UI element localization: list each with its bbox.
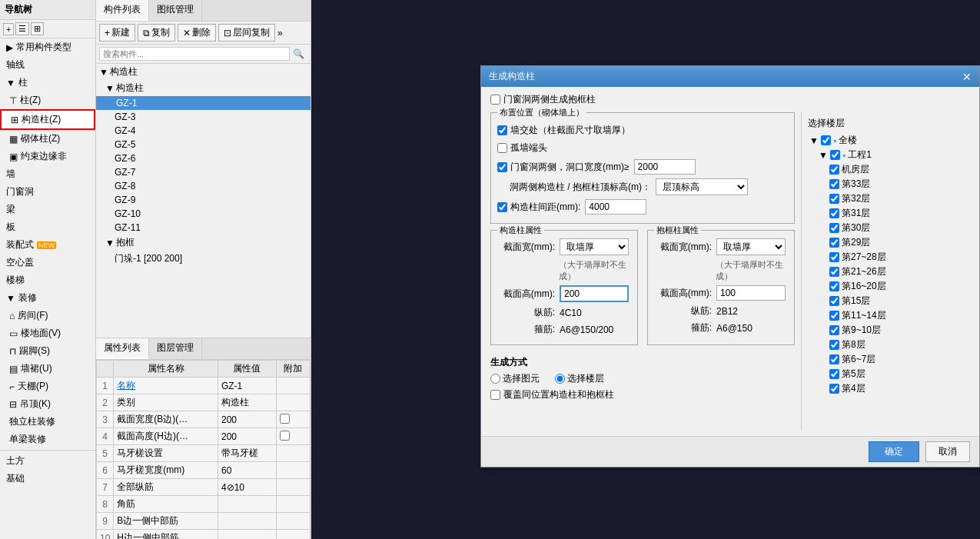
floor-8[interactable]: 第8层 — [808, 338, 964, 352]
search-icon[interactable]: 🔍 — [290, 47, 307, 61]
member-search-input[interactable] — [99, 47, 290, 61]
spacing-checkbox-label[interactable]: 构造柱间距(mm): — [497, 201, 580, 214]
nav-item-brick-column[interactable]: ▦砌体柱(Z) — [0, 130, 95, 148]
floor-21-26[interactable]: 第21~26层 — [808, 265, 964, 279]
floor-6-7[interactable]: 第6~7层 — [808, 352, 964, 367]
floor-11-14[interactable]: 第11~14层 — [808, 308, 964, 323]
nav-item-room[interactable]: ⌂房间(F) — [0, 307, 95, 324]
copy-member-button[interactable]: ⧉复制 — [138, 24, 175, 42]
nav-item-door-window[interactable]: 门窗洞 — [0, 183, 95, 201]
floor-checkbox[interactable] — [829, 194, 839, 204]
tree-gz8[interactable]: GZ-8 — [96, 179, 311, 193]
attr-name-cell[interactable]: 名称 — [114, 378, 218, 394]
nav-item-floor-surface[interactable]: ▭楼地面(V) — [0, 324, 95, 342]
floor-9-10[interactable]: 第9~10层 — [808, 323, 964, 338]
isolated-wall-checkbox[interactable] — [497, 143, 507, 153]
dialog-close-button[interactable]: ✕ — [962, 71, 972, 83]
tab-layer-management[interactable]: 图层管理 — [149, 338, 202, 359]
floor-checkbox[interactable] — [829, 223, 839, 233]
radio-select-floor[interactable] — [555, 374, 565, 384]
floor-checkbox[interactable] — [829, 340, 839, 350]
floor-31[interactable]: 第31层 — [808, 206, 964, 221]
spacing-checkbox[interactable] — [497, 202, 507, 212]
nav-item-baseboard[interactable]: ⊓踢脚(S) — [0, 342, 95, 360]
struct-width-select[interactable]: 取墙厚 自定义 — [560, 238, 629, 255]
attr-add-cell[interactable] — [276, 428, 310, 445]
frame-width-select[interactable]: 取墙厚 自定义 — [716, 238, 786, 255]
all-building-checkbox[interactable] — [821, 135, 831, 145]
tree-root[interactable]: ▼ 构造柱 — [96, 64, 311, 80]
nav-item-struct-column[interactable]: ⊞构造柱(Z) — [0, 109, 95, 130]
floor-checkbox[interactable] — [829, 311, 839, 321]
tree-menkuang1[interactable]: 门垛-1 [200 200] — [96, 251, 311, 267]
tree-gz9[interactable]: GZ-9 — [96, 193, 311, 207]
floor-27-28[interactable]: 第27~28层 — [808, 250, 964, 265]
nav-item-earthwork[interactable]: 土方 — [0, 452, 95, 470]
nav-item-standalone-col[interactable]: 独立柱装修 — [0, 413, 95, 431]
nav-item-wall-surface[interactable]: ▤墙裙(U) — [0, 360, 95, 378]
toolbar-more[interactable]: » — [277, 28, 283, 38]
attr-value-cell[interactable]: GZ-1 — [218, 378, 276, 394]
cancel-button[interactable]: 取消 — [925, 441, 970, 462]
struct-height-input[interactable] — [560, 285, 629, 302]
top-height-select[interactable]: 层顶标高 层底标高 自定义 — [656, 178, 748, 195]
floor-checkbox[interactable] — [829, 179, 839, 189]
add-checkbox[interactable] — [280, 431, 290, 441]
nav-item-constrained-edge[interactable]: ▣约束边缘非 — [0, 148, 95, 165]
tree-gz10[interactable]: GZ-10 — [96, 207, 311, 221]
project1-checkbox[interactable] — [830, 150, 840, 160]
tree-gz6[interactable]: GZ-6 — [96, 151, 311, 165]
tree-gz5[interactable]: GZ-5 — [96, 138, 311, 151]
floor-checkbox[interactable] — [829, 354, 839, 364]
nav-item-foundation[interactable]: 基础 — [0, 470, 95, 487]
isolated-wall-label[interactable]: 孤墙端头 — [497, 141, 547, 155]
door-window-checkbox-label[interactable]: 门窗洞两侧生成抱框柱 — [490, 93, 596, 106]
floor-checkbox[interactable] — [829, 369, 839, 379]
radio-select-floor-label[interactable]: 选择楼层 — [555, 372, 604, 385]
floor-copy-button[interactable]: ⊡层间复制 — [218, 24, 275, 42]
nav-grid-view-button[interactable]: ⊞ — [31, 22, 44, 35]
tree-gouzao-group[interactable]: ▼ 构造柱 — [96, 80, 311, 96]
new-member-button[interactable]: +新建 — [99, 24, 135, 42]
floor-checkbox[interactable] — [829, 252, 839, 262]
nav-item-single-beam[interactable]: 单梁装修 — [0, 431, 95, 448]
nav-list-view-button[interactable]: ☰ — [15, 22, 29, 35]
tree-gz7[interactable]: GZ-7 — [96, 165, 311, 179]
nav-item-slab[interactable]: 板 — [0, 218, 95, 236]
nav-item-axis[interactable]: 轴线 — [0, 56, 95, 74]
door-window-sides-checkbox[interactable] — [497, 162, 507, 172]
floor-4[interactable]: 第4层 — [808, 381, 964, 396]
floor-checkbox[interactable] — [829, 384, 839, 394]
floor-16-20[interactable]: 第16~20层 — [808, 279, 964, 294]
tab-attr-list[interactable]: 属性列表 — [96, 338, 149, 359]
nav-item-column[interactable]: ▼柱 — [0, 74, 95, 91]
floor-5[interactable]: 第5层 — [808, 367, 964, 381]
door-window-checkbox[interactable] — [490, 95, 500, 105]
floor-checkbox[interactable] — [829, 296, 839, 306]
door-window-width-input[interactable] — [634, 159, 696, 175]
tree-gz1[interactable]: GZ-1 — [96, 96, 311, 110]
tree-gz3[interactable]: GZ-3 — [96, 110, 311, 124]
floor-checkbox[interactable] — [829, 325, 839, 335]
floor-jifang[interactable]: 机房层 — [808, 162, 964, 177]
floor-project1[interactable]: ▼ ▪ 工程1 — [808, 148, 964, 162]
floor-32[interactable]: 第32层 — [808, 191, 964, 206]
wall-intersection-label[interactable]: 墙交处（柱截面尺寸取墙厚） — [497, 124, 630, 137]
floor-29[interactable]: 第29层 — [808, 235, 964, 250]
nav-item-stair[interactable]: 楼梯 — [0, 271, 95, 289]
tab-drawing-management[interactable]: 图纸管理 — [149, 0, 202, 21]
nav-item-assembled[interactable]: 装配式 NEW — [0, 236, 95, 254]
nav-item-wall[interactable]: 墙 — [0, 165, 95, 183]
tree-gz11[interactable]: GZ-11 — [96, 221, 311, 235]
cover-existing-checkbox[interactable] — [490, 390, 500, 400]
floor-checkbox[interactable] — [829, 267, 839, 277]
nav-item-column-z[interactable]: ⊤柱(Z) — [0, 91, 95, 109]
ok-button[interactable]: 确定 — [869, 441, 919, 462]
wall-intersection-checkbox[interactable] — [497, 125, 507, 135]
door-window-sides-label[interactable]: 门窗洞两侧，洞口宽度(mm)≥ — [497, 161, 630, 174]
radio-select-drawing[interactable] — [490, 374, 500, 384]
tree-gz4[interactable]: GZ-4 — [96, 124, 311, 138]
floor-checkbox[interactable] — [829, 238, 839, 248]
floor-checkbox[interactable] — [829, 208, 839, 218]
attr-add-cell[interactable] — [276, 411, 310, 428]
